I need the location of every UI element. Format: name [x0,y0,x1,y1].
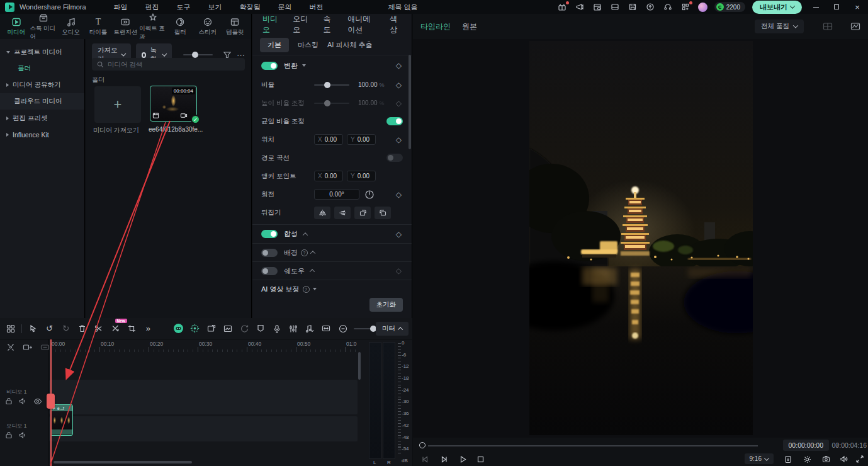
flip-horizontal-button[interactable] [314,207,330,219]
rotation-dial-icon[interactable] [364,190,375,200]
redo-icon[interactable]: ↻ [60,323,71,334]
export-clip-icon[interactable] [222,323,233,334]
preview-stage[interactable] [413,39,868,438]
export-frame-icon[interactable] [206,323,217,334]
tab-audio-prop[interactable]: 오디오 [293,14,310,35]
rotate-cw-button[interactable] [354,207,371,219]
audio-mixer-icon[interactable] [288,323,299,334]
transform-toggle[interactable] [261,62,278,70]
menu-inquiry[interactable]: 문의 [269,0,301,14]
undo-icon[interactable]: ↺ [44,323,55,334]
eye-icon[interactable] [33,398,42,405]
marker-icon[interactable] [256,323,266,334]
reset-button[interactable]: 초기화 [369,298,403,312]
tab-transitions[interactable]: 트랜지션 [112,16,139,37]
path-curve-toggle[interactable] [386,154,403,162]
transform-keyframe-icon[interactable]: ◇ [396,61,402,70]
add-track-icon[interactable] [23,343,33,351]
scale-slider[interactable] [314,84,349,86]
crop-icon[interactable] [127,323,137,334]
sidebar-item-influence-kit[interactable]: Influence Kit [0,127,84,143]
tab-media[interactable]: 미디어 [3,16,30,37]
tab-speed[interactable]: 속도 [323,14,335,35]
meter-toggle-button[interactable]: 미터 [376,322,409,336]
playhead-grip[interactable] [47,394,55,409]
maximize-button[interactable] [830,0,843,14]
position-keyframe-icon[interactable]: ◇ [396,135,402,144]
composite-toggle[interactable] [261,230,278,238]
position-x-input[interactable]: X0.00 [314,134,343,145]
scopes-icon[interactable] [850,22,860,31]
track-options-icon[interactable] [40,343,50,351]
anchor-x-input[interactable]: X0.00 [314,171,343,181]
mute-icon[interactable] [19,431,27,439]
thumbnail-size-slider[interactable] [183,54,213,55]
timeline-ruler[interactable]: 00:00 00:10 00:20 00:30 00:40 00:50 01:0 [49,339,358,352]
background-toggle[interactable] [261,249,278,257]
unlink-tracks-icon[interactable] [6,343,15,351]
sidebar-item-folder[interactable]: 폴더 [0,60,84,77]
sidebar-item-edit-presets[interactable]: 편집 프리셋 [0,110,84,127]
more-tools-icon[interactable]: » [143,323,154,334]
rotate-keyframe-icon[interactable]: ◇ [396,190,402,199]
next-frame-button[interactable] [438,453,449,465]
media-browser-icon[interactable] [5,323,16,334]
quality-dropdown[interactable]: 전체 품질 [755,20,804,33]
tab-effects[interactable]: 이펙트 효과 [139,13,166,41]
scrub-track[interactable] [428,445,758,446]
tab-animation[interactable]: 애니메이션 [347,14,377,35]
media-clip-thumbnail[interactable]: 00:00:04 ✓ [150,86,197,122]
menu-version[interactable]: 버전 [301,0,332,14]
tab-filters[interactable]: 필터 [167,16,194,37]
zoom-out-icon[interactable] [337,323,348,334]
minimize-button[interactable] [809,0,823,14]
upload-icon[interactable] [645,2,656,13]
current-time[interactable]: 00:00:00:00 [783,440,829,451]
preview-tab-timeline[interactable]: 타임라인 [420,21,451,32]
voiceover-mic-icon[interactable] [272,323,283,334]
previous-frame-button[interactable] [419,453,431,465]
tab-audio[interactable]: 오디오 [57,16,84,37]
import-media-tile[interactable]: + [94,86,141,123]
avatar-record-icon[interactable] [173,323,184,334]
delete-icon[interactable] [77,323,87,334]
subtab-basic[interactable]: 기본 [260,38,289,52]
menu-tools[interactable]: 도구 [168,0,200,14]
menu-file[interactable]: 파일 [105,0,137,14]
smart-cut-icon[interactable]: New [110,323,121,334]
split-icon[interactable] [93,323,104,334]
auto-ripple-icon[interactable] [321,323,332,334]
collapse-up-icon[interactable] [303,232,308,237]
rotate-input[interactable]: 0.00° [314,189,359,200]
snapshot-icon[interactable] [820,453,831,465]
export-button[interactable]: 내보내기 [752,1,802,14]
mute-icon[interactable] [19,397,27,405]
stop-button[interactable] [475,453,486,465]
preview-video[interactable] [529,41,753,435]
close-button[interactable]: × [850,0,864,14]
tab-titles[interactable]: T 타이틀 [84,16,111,37]
layout-icon[interactable] [610,2,621,13]
tab-color[interactable]: 색상 [390,14,402,35]
collapse-up-icon[interactable] [310,251,315,256]
dropdown-icon[interactable] [313,288,317,290]
help-icon[interactable]: ? [301,249,308,256]
scale-value[interactable]: 100.00 [358,81,378,88]
schedule-icon[interactable] [592,2,603,13]
play-button[interactable] [457,453,468,465]
anchor-y-input[interactable]: Y0.00 [347,171,376,181]
support-icon[interactable] [663,2,674,13]
scrub-handle[interactable] [419,442,426,448]
audio-track-lane[interactable] [49,416,358,441]
collapse-icon[interactable] [302,64,306,67]
select-tool-icon[interactable] [28,323,38,334]
search-input[interactable] [108,60,240,68]
menu-extensions[interactable]: 확장됨 [231,0,269,14]
uniform-scale-toggle[interactable] [386,117,403,125]
flip-vertical-button[interactable] [334,207,351,219]
save-icon[interactable] [628,2,638,13]
aspect-ratio-dropdown[interactable]: 9:16 [745,453,774,464]
composite-keyframe-icon[interactable]: ◇ [396,230,402,239]
lock-icon[interactable] [5,397,13,405]
tab-templates[interactable]: 템플릿 [222,16,249,37]
